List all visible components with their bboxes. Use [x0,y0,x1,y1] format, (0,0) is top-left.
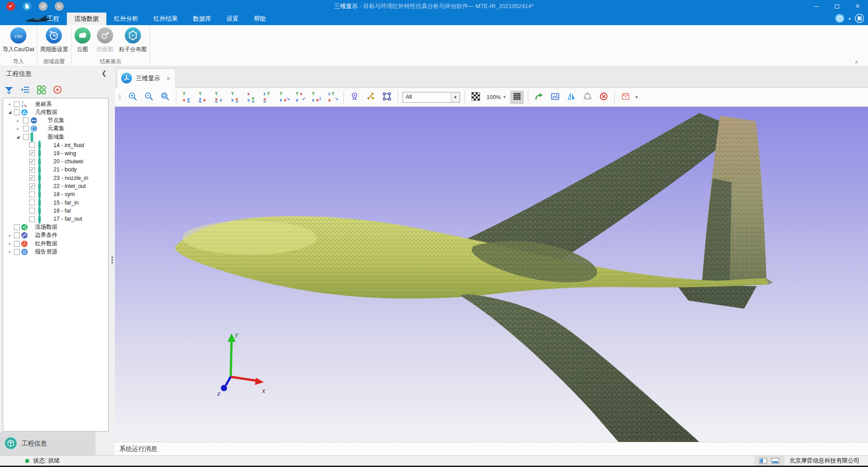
expander-closed-icon[interactable]: ▸ [16,118,20,123]
probe-button[interactable] [348,91,361,104]
view-orient-6-button[interactable]: zYx [261,91,275,104]
view-orient-3-button[interactable]: Yxz [213,91,226,104]
save-scene-more[interactable]: ▼ [635,95,639,100]
save-scene-button[interactable] [619,91,632,104]
tree-checkbox[interactable] [29,142,35,148]
tree-checkbox[interactable]: ✓ [29,167,35,173]
import-cas-dat-button[interactable]: cas导入Cas/Dat [0,27,37,53]
app-launch-icon[interactable] [6,2,15,11]
layout-bottom-panel-icon[interactable] [772,458,779,464]
zoom-out-button[interactable] [142,91,156,104]
tree-checkbox[interactable] [14,101,20,107]
tree-row[interactable]: 15 - far_in [3,199,108,207]
tree-row[interactable]: ▸节点集 [3,117,108,125]
tree-row[interactable]: ✓20 - chuiwei [3,157,108,166]
tree-checkbox[interactable] [29,208,35,214]
toolbar-drag-handle[interactable]: ‖ [118,94,123,101]
tree-row[interactable]: ▸元素集 [3,125,108,133]
filter-icon[interactable] [4,84,14,95]
tree-row[interactable]: 17 - far_out [3,215,108,223]
expander-closed-icon[interactable]: ▸ [8,241,12,246]
redo-icon[interactable]: ↻ [55,2,64,11]
contour-button[interactable]: 云图 [71,27,94,53]
menu-item-5[interactable]: 数据库 [185,13,219,25]
view-orient-9-button[interactable]: Yzx↓ [310,91,323,104]
tree-row[interactable]: ✓23 - nozzle_in [3,174,108,182]
expander-closed-icon[interactable]: ▸ [8,102,12,106]
tree-checkbox[interactable] [23,126,29,131]
tree-row[interactable]: 18 - sym [3,190,108,198]
periodic-face-button[interactable]: 周期面设置 [37,27,71,53]
tree-row[interactable]: ◢面域集 [3,133,108,141]
tree-row[interactable]: ▸边界条件 [3,231,108,240]
sidebar-bottom-tab[interactable]: 工程信息 [0,432,96,455]
tree-row[interactable]: ✓22 - inlet_out [3,182,108,190]
view-orient-2-button[interactable]: Yzx [197,91,210,104]
viewport-3d[interactable]: x y z [115,107,868,442]
expander-closed-icon[interactable]: ▸ [8,249,12,254]
view-orient-10-button[interactable]: zYx↘ [326,91,339,104]
point-cloud-button[interactable] [581,91,594,104]
zoom-in-button[interactable] [126,91,140,104]
menu-item-3[interactable]: 红外分析 [106,13,146,25]
sidebar-collapse-button[interactable]: ❮ [101,70,107,77]
tree-row[interactable]: 流场数据 [3,223,108,231]
tree-row[interactable]: ▸YZX坐标系 [3,100,108,108]
snapshot-button[interactable] [548,91,562,104]
box-select-button[interactable] [380,91,394,104]
expander-open-icon[interactable]: ◢ [8,110,12,114]
view-orient-7-button[interactable]: Yzx↘ [277,91,291,104]
view-orient-5-button[interactable]: xzY [245,91,259,104]
undo-icon[interactable]: ↺ [39,2,48,11]
display-filter-combo[interactable]: All▼ [403,92,460,103]
panel-splitter[interactable]: ●●● [111,256,114,264]
expander-closed-icon[interactable]: ▸ [16,127,20,131]
menu-item-4[interactable]: 红外结果 [146,13,185,25]
quick-panel-icon[interactable] [835,13,845,25]
ribbon-collapse-button[interactable]: ∧ [855,59,858,65]
expander-closed-icon[interactable]: ▸ [8,233,12,238]
transparency-button[interactable] [469,91,482,104]
tree-row[interactable]: ▸红外数据 [3,240,108,248]
menu-item-6[interactable]: 设置 [219,13,246,25]
tree-checkbox[interactable] [23,118,29,123]
tree-checkbox[interactable] [29,216,35,222]
menu-item-7[interactable]: 帮助 [246,13,274,25]
export-view-button[interactable] [532,91,546,104]
tree-checkbox[interactable]: ✓ [29,183,35,189]
particle-map-button[interactable]: 粒子分布图 [116,27,150,53]
tree-checkbox[interactable] [14,249,20,255]
view-orient-8-button[interactable]: Yxz↙ [294,91,307,104]
tree-checkbox[interactable] [14,232,20,238]
remove-button[interactable] [597,91,610,104]
tree-checkbox[interactable] [23,134,29,140]
tree-checkbox[interactable] [14,109,20,115]
zoom-level-select[interactable]: 100%▼ [487,94,506,100]
tab-close-icon[interactable]: × [167,75,170,82]
layout-left-panel-icon[interactable] [759,458,767,464]
minimize-button[interactable] [806,0,827,13]
tree-row[interactable]: ▸报告资源 [3,248,108,256]
close-button[interactable]: × [847,0,868,13]
mesh-grid-button[interactable] [510,91,524,104]
tree-checkbox[interactable] [14,224,20,230]
help-book-icon[interactable] [855,13,864,25]
mirror-button[interactable] [565,91,578,104]
tree-row[interactable]: ◢几何数据 [3,108,108,116]
tree-row[interactable]: ✓21 - body [3,166,108,174]
grid-view-icon[interactable] [36,84,47,95]
tree-checkbox[interactable]: ✓ [29,175,35,181]
tree-checkbox[interactable]: ✓ [29,150,35,156]
expander-open-icon[interactable]: ◢ [16,135,20,139]
tree-row[interactable]: 16 - far [3,207,108,215]
particle-links-button[interactable] [364,91,377,104]
maximize-button[interactable] [827,0,847,13]
tab-3d-view[interactable]: 三维显示 × [117,69,176,88]
menu-right-dropdown-icon[interactable]: ▼ [848,17,851,21]
view-orient-4-button[interactable]: Yzx [229,91,242,104]
view-orient-1-button[interactable]: Yxz [180,91,194,104]
tree-checkbox[interactable] [29,200,35,205]
new-file-icon[interactable] [22,2,31,11]
tree-row[interactable]: 14 - int_fluid [3,141,108,149]
menu-item-2[interactable]: 流场数据 [67,13,106,25]
